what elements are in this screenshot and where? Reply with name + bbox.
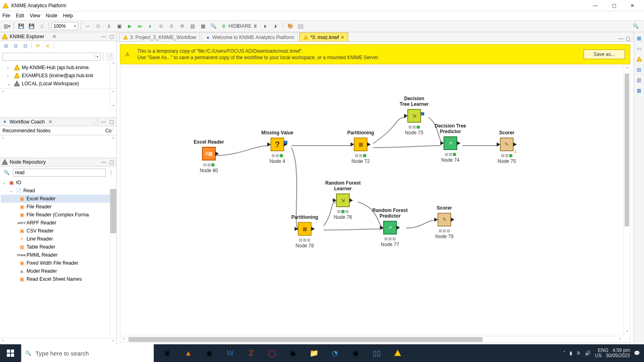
explorer-item[interactable]: › EXAMPLES (knime@api.hub.knir bbox=[2, 72, 115, 80]
editor-tab-active[interactable]: *3: moiz.knwf ✕ bbox=[299, 33, 348, 41]
minimize-button[interactable]: — bbox=[586, 0, 605, 11]
taskbar-search[interactable]: 🔍 Type here to search bbox=[21, 344, 154, 362]
hide-icon[interactable]: HIDE bbox=[230, 22, 239, 31]
zoom-combobox[interactable]: 100% ▾ bbox=[52, 22, 78, 30]
node-body[interactable]: ⇲ bbox=[336, 193, 350, 207]
node-scorer-1[interactable]: Scorer ✎ Node 75 bbox=[483, 130, 531, 164]
save-button[interactable]: 💾 bbox=[17, 22, 25, 31]
node-body[interactable]: ⇲ bbox=[407, 109, 421, 123]
print-button[interactable]: 🖨 bbox=[37, 22, 46, 31]
maximize-view-icon[interactable]: ▢ bbox=[108, 119, 115, 125]
app-edge-icon[interactable]: ◔ bbox=[326, 346, 344, 360]
maximize-view-icon[interactable]: ▢ bbox=[108, 159, 115, 165]
node-body[interactable]: X▦ bbox=[202, 147, 216, 160]
align-icon[interactable]: ↔ bbox=[83, 22, 92, 31]
edit-filter-icon[interactable]: 📄 bbox=[106, 53, 114, 61]
repo-search-input[interactable] bbox=[13, 169, 106, 177]
app-fileexplorer-icon[interactable]: 📁 bbox=[305, 346, 323, 360]
add-node-icon[interactable]: ⊕ bbox=[219, 22, 228, 31]
close-button[interactable]: ✕ bbox=[623, 0, 642, 11]
node-random-forest-predictor[interactable]: Random Forest Predictor ↗ Node 77 bbox=[366, 208, 414, 247]
node-body[interactable]: ? bbox=[270, 138, 284, 151]
canvas-vscrollbar[interactable]: ˄˅ bbox=[623, 67, 630, 336]
execute-icon[interactable]: ▶ bbox=[125, 22, 134, 31]
maximize-view-icon[interactable]: ▢ bbox=[108, 33, 115, 40]
tray-chevron-icon[interactable]: ˄ bbox=[563, 350, 566, 356]
tray-volume-icon[interactable]: 🔊 bbox=[585, 350, 591, 356]
app-chrome-icon[interactable]: ◉ bbox=[200, 346, 218, 360]
search-options-icon[interactable]: ⋮ bbox=[108, 170, 114, 175]
menu-file[interactable]: File bbox=[2, 13, 10, 19]
cancel-icon[interactable]: ⊘ bbox=[157, 22, 165, 31]
node-decision-tree-predictor[interactable]: Decision Tree Predictor ↗ Node 74 bbox=[426, 123, 475, 163]
close-view-icon[interactable]: ✕ bbox=[51, 33, 58, 40]
save-as-button[interactable]: Save as... bbox=[584, 49, 625, 59]
new-dropdown-button[interactable]: ▥▾ bbox=[2, 22, 11, 31]
outline-view-icon[interactable]: ▦ bbox=[636, 35, 643, 42]
repo-node-item[interactable]: ARFFARFF Reader bbox=[1, 219, 116, 227]
collapse-children-icon[interactable]: ⊟ bbox=[22, 42, 29, 49]
repo-node-item[interactable]: ▣File Reader bbox=[1, 203, 116, 211]
monitor-view-icon[interactable]: ▤ bbox=[636, 66, 643, 73]
repo-node-item[interactable]: ≡Line Reader bbox=[1, 235, 116, 243]
editor-tab[interactable]: ● Welcome to KNIME Analytics Platform bbox=[202, 33, 298, 41]
explorer-filter-combo[interactable]: ▾ bbox=[2, 53, 101, 61]
tray-wifi-icon[interactable]: ⚞ bbox=[576, 350, 581, 356]
app-chrome2-icon[interactable]: ◉ bbox=[284, 346, 302, 360]
node-body[interactable]: ▦ bbox=[354, 138, 367, 151]
console-view-icon[interactable]: ▥ bbox=[636, 76, 643, 84]
app-calculator-icon[interactable]: 🖩 bbox=[159, 346, 176, 360]
node-scorer-2[interactable]: Scorer ✎ Node 79 bbox=[420, 206, 469, 239]
close-tab-icon[interactable]: ✕ bbox=[341, 35, 345, 40]
repo-folder-read[interactable]: ⌄ 📄 Read bbox=[1, 187, 116, 195]
repo-node-item[interactable]: ▣CSV Reader bbox=[1, 227, 116, 235]
link-icon[interactable]: ⦾ bbox=[94, 22, 103, 31]
coach-hscrollbar[interactable]: ‹› bbox=[0, 135, 116, 142]
menu-help[interactable]: Help bbox=[63, 13, 73, 19]
chevron-right-icon[interactable]: › bbox=[7, 74, 12, 78]
resume-icon[interactable]: ⏵ bbox=[272, 22, 281, 31]
explorer-vscrollbar[interactable]: ˄˅ bbox=[110, 62, 116, 110]
menu-node[interactable]: Node bbox=[46, 13, 58, 19]
description-view-icon[interactable]: ▭ bbox=[636, 45, 643, 52]
search-nodes-icon[interactable]: 🔍 bbox=[209, 22, 218, 31]
tray-battery-icon[interactable]: ▮ bbox=[570, 350, 572, 356]
execute-all-icon[interactable]: ⏵ bbox=[146, 22, 155, 31]
maximize-editor-icon[interactable]: ▢ bbox=[626, 36, 630, 41]
palette-icon[interactable]: 🎨 bbox=[286, 22, 295, 31]
edit-icon[interactable]: 📄 bbox=[92, 119, 99, 125]
collapse-all-icon[interactable]: ⊟ bbox=[12, 42, 19, 49]
execute-step-icon[interactable]: ⏭ bbox=[136, 22, 144, 31]
node-excel-reader[interactable]: Excel Reader X▦ Node 80 bbox=[185, 140, 233, 173]
hub-view-icon[interactable] bbox=[636, 56, 643, 63]
palette-view-icon[interactable]: ▦ bbox=[636, 87, 643, 94]
menu-edit[interactable]: Edit bbox=[16, 13, 24, 19]
tray-notifications-icon[interactable]: 💬 bbox=[634, 350, 640, 356]
app-zotero-icon[interactable]: Z bbox=[242, 346, 260, 360]
sync-icon[interactable]: ⤭ bbox=[44, 42, 51, 49]
start-button[interactable] bbox=[0, 344, 21, 362]
node-random-forest-learner[interactable]: Random Forest Learner ⇲ Node 76 bbox=[319, 181, 367, 220]
editor-tab[interactable]: 3: Project_3_KNIME_Workflow bbox=[119, 33, 200, 41]
chevron-down-icon[interactable]: ⌄ bbox=[2, 181, 6, 185]
repo-folder-io[interactable]: ⌄ ▣ IO bbox=[1, 179, 116, 187]
app-taskview-icon[interactable]: ▯▯ bbox=[368, 346, 386, 360]
minimize-view-icon[interactable]: — bbox=[100, 33, 107, 40]
app-knime-icon[interactable] bbox=[389, 346, 407, 360]
explorer-hscrollbar[interactable]: ‹› bbox=[0, 88, 116, 95]
refresh-icon[interactable]: ⟳ bbox=[34, 42, 41, 49]
cancel-all-icon[interactable]: ⊘ bbox=[167, 22, 176, 31]
repo-node-item[interactable]: ▣Fixed Width File Reader bbox=[1, 259, 116, 267]
minimize-view-icon[interactable]: — bbox=[100, 119, 107, 125]
coach-col-recommended[interactable]: Recommended Nodes bbox=[2, 128, 50, 134]
chevron-down-icon[interactable]: ⌄ bbox=[7, 82, 12, 86]
configure-icon[interactable]: ▣ bbox=[115, 22, 124, 31]
panels-icon[interactable]: ▯▯ bbox=[296, 22, 305, 31]
repo-hscrollbar[interactable]: ‹› bbox=[0, 338, 116, 344]
repo-node-item[interactable]: ▲Model Reader bbox=[1, 267, 116, 275]
app-chrome3-icon[interactable]: ◉ bbox=[347, 346, 365, 360]
explorer-tree[interactable]: › My-KNIME-Hub (api.hub.knime. › EXAMPLE… bbox=[0, 63, 116, 88]
explorer-item[interactable]: › My-KNIME-Hub (api.hub.knime. bbox=[2, 64, 115, 72]
step-icon[interactable]: ⏵ bbox=[261, 22, 270, 31]
repo-node-item[interactable]: ▣Read Excel Sheet Names bbox=[1, 275, 116, 283]
